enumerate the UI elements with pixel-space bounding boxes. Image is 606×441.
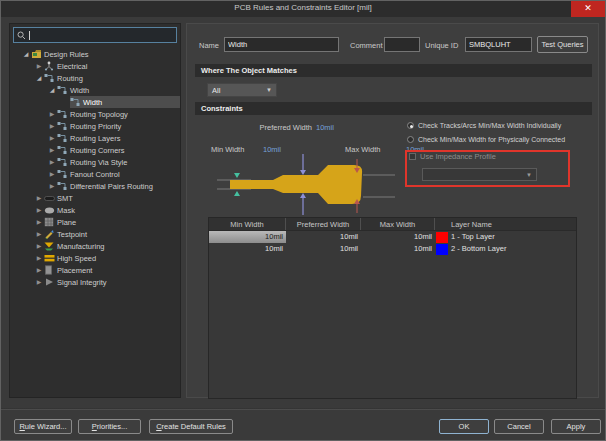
tree-item-content[interactable]: Design Rules <box>31 48 180 60</box>
min-width-cell[interactable]: 10mil <box>209 243 286 255</box>
collapse-icon[interactable]: ◢ <box>47 84 57 96</box>
expand-icon[interactable]: ▶ <box>34 60 44 72</box>
tree-item-content[interactable]: Testpoint <box>44 228 180 240</box>
sidebar-item-placement[interactable]: ▶Placement <box>10 264 180 276</box>
tree-item-content[interactable]: Electrical <box>44 60 180 72</box>
expand-icon[interactable]: ▶ <box>34 264 44 276</box>
tree-item-content[interactable]: Routing Priority <box>57 120 180 132</box>
tree-item-content[interactable]: SMT <box>44 192 180 204</box>
impedance-profile-dropdown[interactable]: ▼ <box>422 168 537 181</box>
tree-item-content[interactable]: Plane <box>44 216 180 228</box>
rule-wizard-button[interactable]: Rule Wizard... <box>14 419 72 434</box>
name-field[interactable] <box>224 37 339 52</box>
max-width-cell[interactable]: 10mil <box>361 243 435 255</box>
titlebar[interactable]: PCB Rules and Constraints Editor [mil] ✕ <box>1 1 605 17</box>
divider <box>1 408 605 410</box>
sidebar-item-testpoint[interactable]: ▶Testpoint <box>10 228 180 240</box>
radio-on-icon[interactable] <box>407 122 414 129</box>
placement-icon <box>44 265 57 275</box>
sidebar-item-routing-layers[interactable]: ▶Routing Layers <box>10 132 180 144</box>
sidebar-item-width[interactable]: Width <box>10 96 180 108</box>
expand-icon[interactable]: ▶ <box>34 192 44 204</box>
sidebar-item-routing[interactable]: ◢Routing <box>10 72 180 84</box>
sidebar-item-plane[interactable]: ▶Plane <box>10 216 180 228</box>
sidebar-item-mask[interactable]: ▶Mask <box>10 204 180 216</box>
tree-item-content[interactable]: Routing Via Style <box>57 156 180 168</box>
sidebar-item-routing-corners[interactable]: ▶Routing Corners <box>10 144 180 156</box>
search-input[interactable] <box>13 27 177 43</box>
radio-check-individually[interactable]: Check Tracks/Arcs Min/Max Width Individu… <box>407 122 561 129</box>
ok-button[interactable]: OK <box>439 419 489 434</box>
expand-icon[interactable]: ▶ <box>34 228 44 240</box>
signal-integrity-icon <box>44 277 57 287</box>
expand-icon[interactable]: ▶ <box>47 144 57 156</box>
layer-name-cell[interactable]: 1 - Top Layer <box>435 231 576 243</box>
table-row[interactable]: 10mil10mil10mil1 - Top Layer <box>209 231 576 243</box>
collapse-icon[interactable]: ◢ <box>34 72 44 84</box>
expand-icon[interactable]: ▶ <box>34 276 44 288</box>
tree-item-content[interactable]: Signal Integrity <box>44 276 180 288</box>
sidebar-item-electrical[interactable]: ▶Electrical <box>10 60 180 72</box>
folder-icon <box>31 49 44 59</box>
scope-dropdown[interactable]: All ▼ <box>207 83 277 97</box>
expand-icon[interactable]: ▶ <box>47 180 57 192</box>
tree-item-content[interactable]: Width <box>70 96 180 108</box>
tree-item-content[interactable]: Manufacturing <box>44 240 180 252</box>
expand-icon[interactable]: ▶ <box>47 108 57 120</box>
tree-item-content[interactable]: Mask <box>44 204 180 216</box>
cancel-button[interactable]: Cancel <box>494 419 544 434</box>
expand-icon[interactable]: ▶ <box>47 132 57 144</box>
expand-icon[interactable]: ▶ <box>34 240 44 252</box>
collapse-icon[interactable]: ◢ <box>21 48 31 60</box>
expand-icon[interactable]: ▶ <box>34 204 44 216</box>
unique-id-field[interactable] <box>465 37 532 52</box>
sidebar-item-smt[interactable]: ▶SMT <box>10 192 180 204</box>
column-header-min-width[interactable]: Min Width <box>209 218 286 230</box>
sidebar-item-differential-pairs-routing[interactable]: ▶Differential Pairs Routing <box>10 180 180 192</box>
layer-name-cell[interactable]: 2 - Bottom Layer <box>435 243 576 255</box>
sidebar-item-routing-via-style[interactable]: ▶Routing Via Style <box>10 156 180 168</box>
checkbox-icon[interactable] <box>409 153 416 160</box>
priorities-button[interactable]: Priorities... <box>78 419 141 434</box>
tree-item-content[interactable]: Routing Layers <box>57 132 180 144</box>
sidebar-item-high-speed[interactable]: ▶High Speed <box>10 252 180 264</box>
expand-icon[interactable]: ▶ <box>47 156 57 168</box>
expand-icon[interactable]: ▶ <box>34 252 44 264</box>
unique-id-label: Unique ID <box>425 41 458 50</box>
table-row[interactable]: 10mil10mil10mil2 - Bottom Layer <box>209 243 576 255</box>
tree-item-content[interactable]: Fanout Control <box>57 168 180 180</box>
column-header-max-width[interactable]: Max Width <box>361 218 435 230</box>
tree-item-content[interactable]: Width <box>57 84 180 96</box>
tree-item-content[interactable]: Placement <box>44 264 180 276</box>
tree-item-content[interactable]: Routing Corners <box>57 144 180 156</box>
expand-icon[interactable]: ▶ <box>47 168 57 180</box>
tree-item-content[interactable]: Differential Pairs Routing <box>57 180 180 192</box>
column-header-preferred-width[interactable]: Preferred Width <box>286 218 361 230</box>
tree-item-content[interactable]: Routing Topology <box>57 108 180 120</box>
sidebar-item-routing-priority[interactable]: ▶Routing Priority <box>10 120 180 132</box>
expand-icon[interactable]: ▶ <box>47 120 57 132</box>
column-header-layer-name[interactable]: Layer Name <box>435 218 576 230</box>
sidebar-item-signal-integrity[interactable]: ▶Signal Integrity <box>10 276 180 288</box>
preferred-width-cell[interactable]: 10mil <box>286 231 361 243</box>
radio-check-connected[interactable]: Check Min/Max Width for Physically Conne… <box>407 136 565 143</box>
preferred-width-cell[interactable]: 10mil <box>286 243 361 255</box>
sidebar-item-design-rules[interactable]: ◢Design Rules <box>10 48 180 60</box>
create-default-rules-button[interactable]: Create Default Rules <box>149 419 233 434</box>
radio-off-icon[interactable] <box>407 136 414 143</box>
sidebar-item-fanout-control[interactable]: ▶Fanout Control <box>10 168 180 180</box>
close-icon[interactable]: ✕ <box>571 1 605 17</box>
preferred-width-value[interactable]: 10mil <box>316 123 334 132</box>
tree-item-content[interactable]: Routing <box>44 72 180 84</box>
min-width-cell[interactable]: 10mil <box>209 231 286 243</box>
sidebar-item-routing-topology[interactable]: ▶Routing Topology <box>10 108 180 120</box>
use-impedance-checkbox[interactable]: Use Impedance Profile <box>409 152 496 161</box>
max-width-cell[interactable]: 10mil <box>361 231 435 243</box>
apply-button[interactable]: Apply <box>551 419 601 434</box>
test-queries-button[interactable]: Test Queries <box>537 36 588 53</box>
sidebar-item-width[interactable]: ◢Width <box>10 84 180 96</box>
tree-item-content[interactable]: High Speed <box>44 252 180 264</box>
expand-icon[interactable]: ▶ <box>34 216 44 228</box>
comment-field[interactable] <box>384 37 420 52</box>
sidebar-item-manufacturing[interactable]: ▶Manufacturing <box>10 240 180 252</box>
